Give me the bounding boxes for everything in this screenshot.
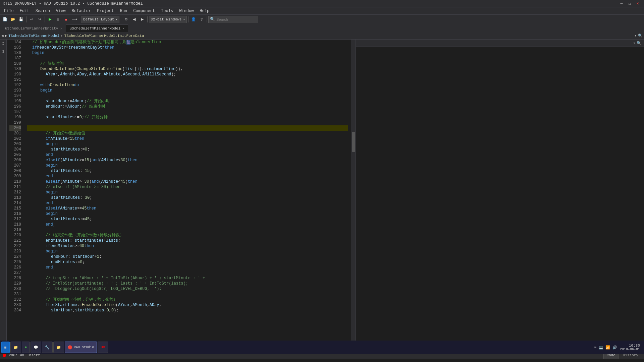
nav-forward-icon[interactable]: ▶: [5, 34, 7, 38]
taskbar-dx[interactable]: DX: [98, 342, 108, 353]
sep2: [45, 16, 45, 22]
linenum-213: 213: [9, 195, 21, 200]
linenum-185: 185: [9, 45, 21, 50]
back-button[interactable]: ◀: [130, 16, 138, 23]
linenum-209: 209: [9, 174, 21, 179]
linenum-234: 234: [9, 308, 21, 313]
taskbar-tool1[interactable]: 🔧: [42, 342, 53, 353]
build-target-dropdown[interactable]: 32-bit Windows ▾: [149, 16, 187, 23]
close-button[interactable]: ✕: [634, 0, 641, 7]
search-icon: 🔍: [210, 17, 215, 22]
code-line-206: else if (AMinute >= 15) and (AMinute < 3…: [27, 158, 348, 163]
code-line-230: // TDLogger.LogOut(logStr, LOG_LEVEL_DEB…: [27, 286, 348, 292]
linenum-191: 191: [9, 77, 21, 82]
profile-button[interactable]: 👤: [190, 16, 197, 23]
right-panel-dropdown-icon[interactable]: ▾: [633, 41, 635, 45]
code-line-220: // 结束分钟数（开始分钟数+持续分钟数）: [27, 233, 348, 238]
structure-search-icon[interactable]: 🔍: [638, 34, 643, 38]
menu-component[interactable]: Component: [130, 8, 158, 14]
start-icon: ⊞: [4, 345, 7, 350]
folder-icon: 📁: [13, 345, 18, 350]
taskbar-rad[interactable]: 🔴 RAD Studio: [65, 342, 97, 353]
taskbar-folder[interactable]: 📁: [10, 342, 21, 353]
open-button[interactable]: 📂: [9, 16, 17, 23]
title-bar: RTIS_DRAGONFLY - RAD Studio 10.2 - uSche…: [0, 0, 644, 7]
taskbar-files[interactable]: 📁: [53, 342, 64, 353]
forward-button[interactable]: ▶: [139, 16, 146, 23]
save-button[interactable]: 💾: [17, 16, 25, 23]
layout-dropdown[interactable]: Default Layout ▾: [82, 16, 119, 23]
linenum-230: 230: [9, 286, 21, 292]
menu-file[interactable]: File: [1, 8, 16, 14]
menu-run[interactable]: Run: [117, 8, 130, 14]
stop-button[interactable]: ■: [62, 16, 70, 23]
linenum-190: 190: [9, 72, 21, 77]
taskbar-chrome[interactable]: ●: [22, 342, 30, 353]
settings-button[interactable]: ⚙: [122, 16, 130, 23]
code-line-223: begin: [27, 249, 348, 254]
right-panel-search-icon[interactable]: 🔍: [637, 41, 641, 45]
code-line-202: if AMinute < 15 then: [27, 136, 348, 141]
search-box[interactable]: 🔍: [208, 16, 258, 23]
menu-project[interactable]: Project: [94, 8, 116, 14]
start-button[interactable]: ⊞: [1, 342, 10, 353]
tab-model-label: uScheduleTmPlannerModel: [69, 26, 120, 31]
menu-window[interactable]: Window: [176, 8, 196, 14]
step-button[interactable]: ⟶: [70, 16, 78, 23]
code-line-210: else if (AMinute >= 30) and (AMinute < 4…: [27, 179, 348, 184]
structure-dropdown-icon[interactable]: ▾: [634, 34, 637, 38]
linenum-227: 227: [9, 270, 21, 276]
tab-model[interactable]: uScheduleTmPlannerModel ✕: [66, 24, 128, 32]
new-button[interactable]: 📄: [1, 16, 9, 23]
linenum-192: 192: [9, 82, 21, 88]
menu-view[interactable]: View: [53, 8, 68, 14]
tab-entity[interactable]: uScheduleTmPlannerEntity ✕: [1, 24, 66, 32]
linenum-218: 218: [9, 222, 21, 227]
vertical-scrollbar[interactable]: [351, 40, 356, 347]
linenum-217: 217: [9, 217, 21, 222]
menu-tools[interactable]: Tools: [158, 8, 176, 14]
code-line-228: // tempStr := 'AHour : ' + IntToStr(AHou…: [27, 276, 348, 281]
code-line-185: if headerDayStr = treatmentDayStr then: [27, 45, 348, 50]
sidebar-inspector-icon[interactable]: I: [1, 41, 6, 46]
linenum-233: 233: [9, 302, 21, 308]
taskbar-wechat[interactable]: 💬: [31, 342, 41, 353]
code-line-213: startMinutes := 30;: [27, 195, 348, 200]
pause-button[interactable]: ⏸: [54, 16, 62, 23]
redo-button[interactable]: ↪: [36, 16, 43, 23]
linenum-189: 189: [9, 66, 21, 72]
linenum-224: 224: [9, 254, 21, 259]
linenum-203: 203: [9, 141, 21, 147]
code-line-211: // else if (AMinute >= 30) then: [27, 184, 348, 190]
undo-button[interactable]: ↩: [28, 16, 35, 23]
menu-search[interactable]: Search: [33, 8, 53, 14]
code-line-191: [27, 77, 348, 82]
linenum-216: 216: [9, 211, 21, 217]
linenum-231: 231: [9, 292, 21, 297]
taskbar: ⊞ 📁 ● 💬 🔧 📁 🔴 RAD Studio DX ⌨ 💻 📶 🔊 10:3…: [0, 341, 644, 354]
code-content[interactable]: // 如果header的当前日期和治疗计划日期相同，则创建plannerItem…: [24, 40, 351, 347]
tab-model-close[interactable]: ✕: [122, 26, 124, 31]
sidebar-structure-icon[interactable]: S: [1, 49, 6, 54]
scrollbar-thumb[interactable]: [352, 132, 355, 152]
right-panel-header: ▾ 🔍: [356, 40, 644, 47]
structure-right: TScheduleTmPlannerModel.InitFormData: [64, 34, 144, 38]
menu-refactor[interactable]: Refactor: [69, 8, 94, 14]
code-line-227: [27, 270, 348, 276]
maximize-button[interactable]: □: [626, 0, 633, 7]
linenum-202: 202: [9, 136, 21, 141]
run-button[interactable]: ▶: [46, 16, 54, 23]
menu-help[interactable]: Help: [197, 8, 212, 14]
minimize-button[interactable]: ─: [618, 0, 625, 7]
record-indicator: [3, 354, 6, 357]
help-button[interactable]: ?: [198, 16, 205, 23]
right-panel: ▾ 🔍: [356, 40, 644, 347]
search-input[interactable]: [216, 17, 257, 21]
nav-back-icon[interactable]: ◀: [1, 34, 4, 38]
tab-entity-close[interactable]: ✕: [60, 26, 62, 31]
code-line-216: begin: [27, 211, 348, 217]
structure-arrow: ▸: [61, 34, 63, 38]
menu-edit[interactable]: Edit: [17, 8, 32, 14]
linenum-204: 204: [9, 147, 21, 152]
toolbar: 📄 📂 💾 ↩ ↪ ▶ ⏸ ■ ⟶ Default Layout ▾ ⚙ ◀ ▶…: [0, 15, 644, 24]
